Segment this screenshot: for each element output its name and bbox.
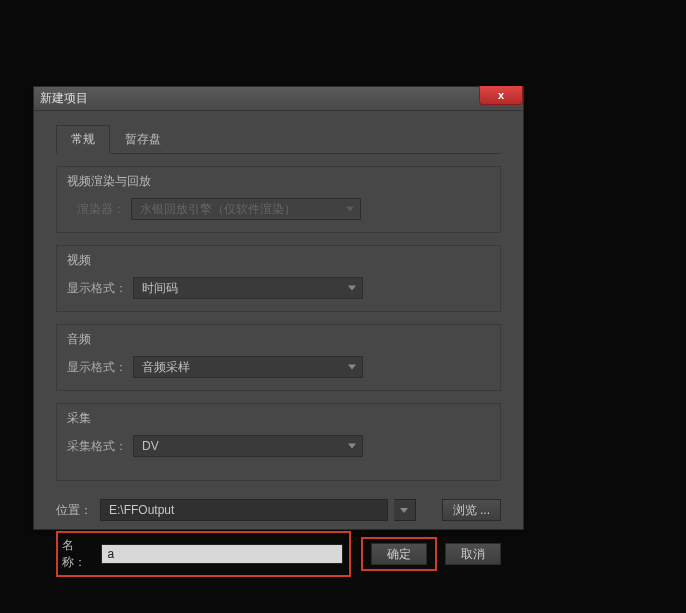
new-project-dialog: 新建项目 x 常规 暂存盘 视频渲染与回放 渲染器： 水银回放引擎（仅软件渲染）… bbox=[33, 86, 524, 530]
renderer-dropdown: 水银回放引擎（仅软件渲染） bbox=[131, 198, 361, 220]
video-format-dropdown[interactable]: 时间码 bbox=[133, 277, 363, 299]
location-dropdown[interactable]: E:\FFOutput bbox=[100, 499, 388, 521]
name-label: 名称： bbox=[62, 537, 97, 571]
ok-button[interactable]: 确定 bbox=[371, 543, 427, 565]
section-audio: 音频 显示格式： 音频采样 bbox=[56, 324, 501, 391]
video-format-label: 显示格式： bbox=[67, 280, 127, 297]
bottom-area: 位置： E:\FFOutput 浏览 ... 名称： 确定 bbox=[56, 499, 501, 577]
video-format-value: 时间码 bbox=[142, 280, 178, 297]
audio-format-label: 显示格式： bbox=[67, 359, 127, 376]
chevron-down-icon bbox=[400, 508, 408, 513]
section-render: 视频渲染与回放 渲染器： 水银回放引擎（仅软件渲染） bbox=[56, 166, 501, 233]
chevron-down-icon bbox=[348, 444, 356, 449]
chevron-down-icon bbox=[348, 365, 356, 370]
location-label: 位置： bbox=[56, 502, 94, 519]
dialog-titlebar: 新建项目 x bbox=[34, 87, 523, 111]
close-icon: x bbox=[498, 89, 504, 101]
chevron-down-icon bbox=[346, 207, 354, 212]
audio-format-dropdown[interactable]: 音频采样 bbox=[133, 356, 363, 378]
section-capture-title: 采集 bbox=[67, 410, 490, 427]
ok-highlight: 确定 bbox=[361, 537, 437, 571]
section-video-title: 视频 bbox=[67, 252, 490, 269]
section-capture: 采集 采集格式： DV bbox=[56, 403, 501, 481]
tabs: 常规 暂存盘 bbox=[56, 125, 501, 154]
section-render-title: 视频渲染与回放 bbox=[67, 173, 490, 190]
capture-format-dropdown[interactable]: DV bbox=[133, 435, 363, 457]
cancel-button[interactable]: 取消 bbox=[445, 543, 501, 565]
section-audio-title: 音频 bbox=[67, 331, 490, 348]
capture-format-label: 采集格式： bbox=[67, 438, 127, 455]
renderer-label: 渲染器： bbox=[67, 201, 125, 218]
location-dropdown-arrow[interactable] bbox=[394, 499, 416, 521]
dialog-title: 新建项目 bbox=[40, 90, 88, 107]
dialog-body: 常规 暂存盘 视频渲染与回放 渲染器： 水银回放引擎（仅软件渲染） 视频 显示格… bbox=[34, 111, 523, 589]
name-input[interactable] bbox=[101, 544, 344, 564]
location-value: E:\FFOutput bbox=[109, 503, 174, 517]
tab-scratch[interactable]: 暂存盘 bbox=[110, 125, 176, 154]
renderer-value: 水银回放引擎（仅软件渲染） bbox=[140, 201, 296, 218]
section-video: 视频 显示格式： 时间码 bbox=[56, 245, 501, 312]
chevron-down-icon bbox=[348, 286, 356, 291]
audio-format-value: 音频采样 bbox=[142, 359, 190, 376]
name-highlight: 名称： bbox=[56, 531, 351, 577]
browse-button[interactable]: 浏览 ... bbox=[442, 499, 501, 521]
tab-general[interactable]: 常规 bbox=[56, 125, 110, 154]
close-button[interactable]: x bbox=[479, 86, 523, 105]
capture-format-value: DV bbox=[142, 439, 159, 453]
